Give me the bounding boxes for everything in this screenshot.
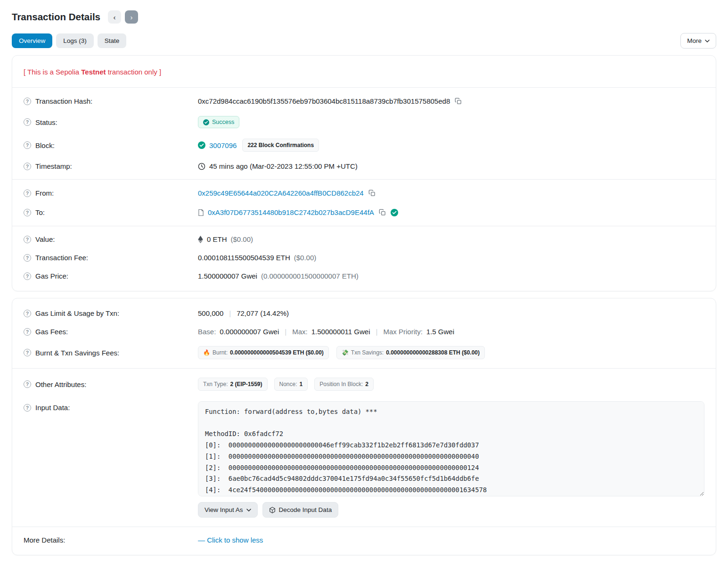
to-address-link[interactable]: 0xA3f07D6773514480b918C2742b027b3acD9E44… <box>208 208 374 216</box>
txn-savings-badge: 💸 Txn Savings: 0.000000000000288308 ETH … <box>336 346 485 359</box>
details-card: ? Gas Limit & Usage by Txn: 500,000 | 72… <box>12 298 716 555</box>
nonce-badge: Nonce: 1 <box>274 378 308 391</box>
previous-transaction-button[interactable]: ‹ <box>108 10 121 24</box>
page-title: Transaction Details <box>12 11 100 23</box>
timestamp-label: Timestamp: <box>35 162 72 170</box>
nonce-value: 1 <box>300 381 303 387</box>
chevron-left-icon: ‹ <box>113 14 115 21</box>
copy-from-address-button[interactable] <box>368 189 376 198</box>
decode-input-data-button[interactable]: Decode Input Data <box>262 502 339 518</box>
status-badge: Success <box>198 116 239 128</box>
clock-icon <box>198 163 205 170</box>
row-label: More Details: <box>24 536 198 544</box>
base-fee-label: Base: <box>198 328 216 336</box>
copy-hash-button[interactable] <box>454 97 463 106</box>
txn-savings-label: Txn Savings: <box>351 349 384 356</box>
gas-limit-row: ? Gas Limit & Usage by Txn: 500,000 | 72… <box>24 304 704 322</box>
row-label: ? Other Attributes: <box>24 380 198 388</box>
row-label: ? Timestamp: <box>24 162 198 170</box>
help-icon: ? <box>24 349 31 356</box>
from-label: From: <box>35 189 54 197</box>
transaction-fee-row: ? Transaction Fee: 0.000108115500504539 … <box>24 248 704 267</box>
status-row: ? Status: Success <box>24 111 704 133</box>
tab-state[interactable]: State <box>98 33 127 48</box>
row-label: ? Value: <box>24 235 198 243</box>
overview-card: [ This is a Sepolia Testnet transaction … <box>12 55 716 291</box>
to-label: To: <box>35 208 45 216</box>
from-address-link[interactable]: 0x259c49E65644a020C2A642260a4ffB0CD862cb… <box>198 189 364 197</box>
gas-price-row: ? Gas Price: 1.500000007 Gwei (0.0000000… <box>24 267 704 285</box>
block-confirmations-label: 222 Block Confirmations <box>247 142 314 148</box>
value-label: Value: <box>35 235 55 243</box>
gas-limit-value: 500,000 <box>198 309 223 317</box>
copy-icon <box>368 190 376 197</box>
copy-icon <box>379 209 386 216</box>
burnt-savings-label: Burnt & Txn Savings Fees: <box>35 349 119 357</box>
row-label: ? Transaction Fee: <box>24 254 198 262</box>
show-less-link[interactable]: — Click to show less <box>198 536 263 544</box>
value-amount: 0 ETH <box>207 235 227 243</box>
row-label: ? Gas Limit & Usage by Txn: <box>24 309 198 317</box>
burnt-badge: 🔥 Burnt: 0.000000000000504539 ETH ($0.00… <box>198 346 329 359</box>
row-label: ? From: <box>24 189 198 197</box>
help-icon: ? <box>24 272 31 280</box>
help-icon: ? <box>24 190 31 197</box>
row-label: ? Gas Fees: <box>24 328 198 336</box>
gas-fees-label: Gas Fees: <box>35 328 68 336</box>
help-icon: ? <box>24 404 31 412</box>
chevron-right-icon: › <box>130 14 132 21</box>
chevron-down-icon <box>246 509 251 511</box>
contract-document-icon <box>198 209 204 216</box>
money-wings-icon: 💸 <box>342 349 349 356</box>
transaction-hash-value: 0xc72d984ccac6190b5f135576eb97b03604bc81… <box>198 97 450 105</box>
row-label: ? Status: <box>24 118 198 126</box>
gas-limit-label: Gas Limit & Usage by Txn: <box>35 309 119 317</box>
row-label: ? Block: <box>24 141 198 149</box>
check-circle-icon <box>198 141 205 149</box>
next-transaction-button[interactable]: › <box>125 10 138 24</box>
tabs-row: Overview Logs (3) State More <box>12 33 716 49</box>
other-attributes-label: Other Attributes: <box>35 380 86 388</box>
help-icon: ? <box>24 209 31 216</box>
transaction-fee-label: Transaction Fee: <box>35 254 88 262</box>
verified-check-circle-icon <box>391 209 398 216</box>
separator: | <box>283 328 288 336</box>
more-details-row: More Details: — Click to show less <box>24 531 704 549</box>
tab-logs[interactable]: Logs (3) <box>56 33 94 48</box>
more-button[interactable]: More <box>680 33 716 49</box>
copy-to-address-button[interactable] <box>378 208 387 217</box>
fire-icon: 🔥 <box>203 349 210 356</box>
notice-suffix: transaction only ] <box>106 68 162 76</box>
notice-prefix: [ This is a Sepolia <box>24 68 81 76</box>
input-data-box[interactable]: Function: forward(address to,bytes data)… <box>198 401 704 496</box>
help-icon: ? <box>24 328 31 336</box>
help-icon: ? <box>24 141 31 149</box>
value-row: ? Value: 0 ETH ($0.00) <box>24 230 704 248</box>
decode-icon <box>269 507 276 513</box>
tabs: Overview Logs (3) State <box>12 33 126 48</box>
txn-savings-value: 0.000000000000288308 ETH ($0.00) <box>386 349 480 356</box>
check-circle-icon <box>203 119 209 125</box>
max-priority-fee-label: Max Priority: <box>383 328 422 336</box>
view-input-as-button[interactable]: View Input As <box>198 502 258 518</box>
row-label: ? Gas Price: <box>24 272 198 280</box>
notice-bold: Testnet <box>81 68 106 76</box>
txn-type-label: Txn Type: <box>203 381 228 387</box>
transaction-hash-label: Transaction Hash: <box>35 97 92 105</box>
transaction-fee-amount: 0.000108115500504539 ETH <box>198 254 290 262</box>
separator: | <box>374 328 380 336</box>
position-in-block-label: Position In Block: <box>319 381 363 387</box>
status-badge-label: Success <box>212 119 234 125</box>
status-label: Status: <box>35 118 57 126</box>
minus-icon: — <box>198 536 205 544</box>
burnt-savings-row: ? Burnt & Txn Savings Fees: 🔥 Burnt: 0.0… <box>24 341 704 364</box>
tab-overview[interactable]: Overview <box>12 33 52 48</box>
help-icon: ? <box>24 254 31 262</box>
page-header: Transaction Details ‹ › <box>12 8 716 30</box>
input-data-actions: View Input As Decode Input Data <box>198 502 704 518</box>
divider <box>12 179 716 180</box>
help-icon: ? <box>24 98 31 105</box>
input-data-label: Input Data: <box>35 404 70 412</box>
row-label: ? Burnt & Txn Savings Fees: <box>24 349 198 357</box>
block-number-link[interactable]: 3007096 <box>209 141 237 149</box>
